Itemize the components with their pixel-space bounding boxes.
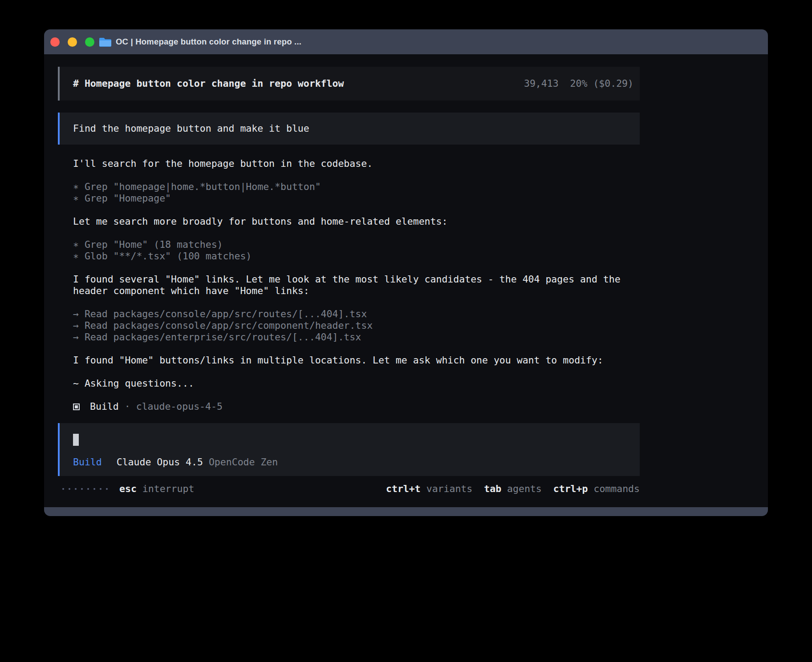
spinner-dots-icon: [62, 488, 108, 490]
text-cursor: [73, 434, 79, 446]
agent-row: Build · claude-opus-4-5: [73, 401, 640, 412]
assistant-transcript: I'll search for the homepage button in t…: [58, 158, 640, 412]
tool-call-read: → Read packages/console/app/src/routes/[…: [73, 308, 640, 320]
mode-label: Build: [73, 456, 102, 468]
zoom-button[interactable]: [85, 37, 94, 47]
shortcut-commands: ctrl+p commands: [553, 483, 640, 495]
commands-label: commands: [593, 483, 640, 495]
window-title: OC | Homepage button color change in rep…: [116, 36, 301, 48]
tab-key: tab: [484, 483, 501, 495]
assistant-text: I found "Home" buttons/links in multiple…: [73, 355, 640, 366]
user-message-text: Find the homepage button and make it blu…: [73, 123, 309, 134]
shortcut-variants: ctrl+t variants: [386, 483, 472, 495]
shortcut-agents: tab agents: [484, 483, 542, 495]
traffic-lights: [50, 37, 94, 47]
session-meta: 39,413 20% ($0.29): [524, 78, 633, 89]
context-usage: 20% ($0.29): [570, 78, 633, 89]
tool-call-grep: ∗ Grep "Homepage": [73, 193, 640, 204]
status-bar: esc interrupt ctrl+t variants tab agents…: [58, 483, 640, 495]
tool-call-read: → Read packages/enterprise/src/routes/[.…: [73, 331, 640, 343]
shortcut-interrupt: esc interrupt: [119, 483, 194, 495]
minimize-button[interactable]: [68, 37, 77, 47]
input-status-row: Build Claude Opus 4.5 OpenCode Zen: [73, 456, 633, 468]
variants-label: variants: [426, 483, 473, 495]
model-name: Claude Opus 4.5: [117, 456, 203, 468]
statusbar-shortcuts: ctrl+t variants tab agents ctrl+p comman…: [386, 483, 640, 495]
assistant-text: I'll search for the homepage button in t…: [73, 158, 640, 170]
desktop: { "colors": { "accent_blue": "#4d87f7", …: [0, 0, 812, 662]
session-title: # Homepage button color change in repo w…: [73, 78, 344, 89]
working-status: ~ Asking questions...: [73, 378, 640, 389]
assistant-text: Let me search more broadly for buttons a…: [73, 216, 640, 227]
ctrl-t-key: ctrl+t: [386, 483, 421, 495]
titlebar-title-group: OC | Homepage button color change in rep…: [99, 36, 301, 48]
esc-label: interrupt: [142, 483, 195, 495]
folder-icon: [99, 37, 111, 47]
window-titlebar[interactable]: OC | Homepage button color change in rep…: [44, 29, 768, 54]
tool-call-glob: ∗ Glob "**/*.tsx" (100 matches): [73, 250, 640, 262]
agent-name: Build: [90, 401, 119, 412]
prompt-input[interactable]: Build Claude Opus 4.5 OpenCode Zen: [58, 423, 640, 476]
terminal-content: # Homepage button color change in repo w…: [44, 54, 768, 507]
close-button[interactable]: [50, 37, 60, 47]
agent-separator: ·: [125, 401, 130, 412]
token-count: 39,413: [524, 78, 559, 89]
provider-name: OpenCode Zen: [209, 456, 278, 468]
tool-call-grep: ∗ Grep "Home" (18 matches): [73, 239, 640, 250]
tool-call-grep: ∗ Grep "homepage|home.*button|Home.*butt…: [73, 181, 640, 193]
assistant-text: I found several "Home" links. Let me loo…: [73, 274, 640, 297]
agent-model: claude-opus-4-5: [136, 401, 223, 412]
ctrl-p-key: ctrl+p: [553, 483, 588, 495]
user-message: Find the homepage button and make it blu…: [58, 113, 640, 145]
terminal-window: OC | Homepage button color change in rep…: [44, 29, 768, 516]
window-bottom-edge: [44, 507, 768, 516]
esc-key: esc: [119, 483, 137, 495]
agent-build-icon: [73, 404, 80, 410]
agents-label: agents: [507, 483, 542, 495]
session-header: # Homepage button color change in repo w…: [58, 67, 640, 101]
tool-call-read: → Read packages/console/app/src/componen…: [73, 320, 640, 331]
